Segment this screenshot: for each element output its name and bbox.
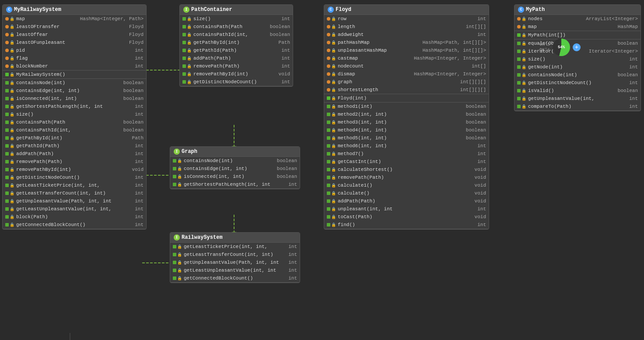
floyd-method-method1[interactable]: 🔒 method1(int) boolean xyxy=(324,103,489,110)
pc-method-size[interactable]: 🔒 size() int xyxy=(180,15,293,23)
box-pathcontainer: I PathContainer 🔒 size() int 🔒 containsP… xyxy=(179,4,293,87)
floyd-method-method6[interactable]: 🔒 method6(int, int) int xyxy=(324,142,489,150)
floyd-method-unpleasant[interactable]: 🔒 unpleasant(int, int int xyxy=(324,205,489,213)
method-getleasttransfercount[interactable]: 🔒 getLeastTransferCount(int, int) int xyxy=(3,189,146,197)
fields-section-mypath: 🔒 nodes ArrayList<Integer> 🔒 map HashMap xyxy=(514,15,640,31)
method-containspathid[interactable]: 🔒 containsPathId(int, boolean xyxy=(3,126,146,134)
floyd-method-calculate[interactable]: 🔒 calculate() void xyxy=(324,189,489,197)
floyd-field-row[interactable]: 🔒 row int xyxy=(324,15,489,23)
method-getleastunpleasantvalue[interactable]: 🔒 getLeastUnpleasantValue(int, int, int xyxy=(3,205,146,213)
floyd-method-method7[interactable]: 🔒 method7() int xyxy=(324,150,489,158)
rs-method-getleasttransfercount[interactable]: 🔒 getLeastTransferCount(int, int) int xyxy=(170,251,300,259)
pc-method-removepath[interactable]: 🔒 removePath(Path) int xyxy=(180,62,293,70)
vis-icon-rs4: 🔒 xyxy=(173,268,182,273)
vis-icon-fm16: 🔒 xyxy=(327,223,336,227)
field-blocknumber[interactable]: 🔒 blockNumber int xyxy=(3,62,146,70)
floyd-field-length[interactable]: 🔒 length int[][] xyxy=(324,23,489,31)
method-getleastticketprice[interactable]: 🔒 getLeastTicketPrice(int, int, int xyxy=(3,181,146,189)
floyd-method-name-calculate: calculate() xyxy=(338,191,469,196)
pc-method-name-addpath: addPath(Path) xyxy=(193,56,276,61)
mypath-method-compareto[interactable]: 🔒 compareTo(Path) int xyxy=(514,103,640,110)
pc-method-getdistinctnodecount[interactable]: 🔒 getDistinctNodeCount() int xyxy=(180,78,293,86)
interface-icon-graph: I xyxy=(174,149,180,155)
pc-method-getpathid[interactable]: 🔒 getPathId(Path) int xyxy=(180,46,293,54)
method-containsedge[interactable]: 🔒 containsEdge(int, int) boolean xyxy=(3,87,146,95)
field-flag[interactable]: 🔒 flag int xyxy=(3,54,146,62)
method-getdistinctnodecount[interactable]: 🔒 getDistinctNodeCount() int xyxy=(3,174,146,181)
method-removepathbyid[interactable]: 🔒 removePathById(int) void xyxy=(3,166,146,174)
vis-icon-pc4: 🔒 xyxy=(182,40,192,45)
field-map[interactable]: 🔒 map HashMap<Integer, Path> xyxy=(3,15,146,23)
floyd-constructor[interactable]: 🔒 Floyd(int) xyxy=(324,94,489,102)
floyd-method-method3[interactable]: 🔒 method3(int, int) boolean xyxy=(324,118,489,126)
method-size[interactable]: 🔒 size() int xyxy=(3,110,146,118)
rs-method-getleastticketprice[interactable]: 🔒 getLeastTicketPrice(int, int, int xyxy=(170,243,300,251)
pc-method-containspath[interactable]: 🔒 containsPath(Path boolean xyxy=(180,23,293,31)
method-getconnectedblockcount[interactable]: 🔒 getConnectedBlockCount() int xyxy=(3,221,146,229)
method-containspath[interactable]: 🔒 containsPath(Path boolean xyxy=(3,118,146,126)
pc-method-removepathbyid[interactable]: 🔒 removePathById(int) void xyxy=(180,70,293,78)
pc-method-containspathid[interactable]: 🔒 containsPathId(int, boolean xyxy=(180,31,293,39)
add-button[interactable]: + xyxy=(573,43,581,51)
floyd-field-nodecount[interactable]: 🔒 nodecount int[] xyxy=(324,62,489,70)
field-pid[interactable]: 🔒 pid int xyxy=(3,46,146,54)
vis-icon-f9: 🔒 xyxy=(327,80,336,85)
vis-icon-m15: 🔒 xyxy=(5,191,14,196)
floyd-field-unpleasanthashmap[interactable]: 🔒 unpleasantHashMap HashMap<Path, int[][… xyxy=(324,46,489,54)
field-leastoftransfer[interactable]: 🔒 leastOFtransfer Floyd xyxy=(3,23,146,31)
floyd-method-removepath[interactable]: 🔒 removePath(Path) void xyxy=(324,174,489,181)
pc-method-getpathbyid[interactable]: 🔒 getPathById(int) Path xyxy=(180,39,293,46)
floyd-method-tocast[interactable]: 🔒 toCast(Path) void xyxy=(324,213,489,221)
mypath-method-isvalid[interactable]: 🔒 isValid() boolean xyxy=(514,87,640,95)
method-addpath[interactable]: 🔒 addPath(Path) int xyxy=(3,150,146,158)
floyd-field-dismap[interactable]: 🔒 dismap HashMap<Integer, Integer> xyxy=(324,70,489,78)
floyd-field-castmap[interactable]: 🔒 castmap HashMap<Integer, Integer> xyxy=(324,54,489,62)
g-method-type-isconnected: boolean xyxy=(277,174,297,179)
method-isconnected[interactable]: 🔒 isConnected(int, int) boolean xyxy=(3,95,146,103)
method-getshortestpathlength[interactable]: 🔒 getShortestPathLength(int, int int xyxy=(3,103,146,110)
floyd-method-method4[interactable]: 🔒 method4(int, int) boolean xyxy=(324,126,489,134)
pc-method-addpath[interactable]: 🔒 addPath(Path) int xyxy=(180,54,293,62)
constructor-myrailwaysystem[interactable]: 🔒 MyRailwaySystem() xyxy=(3,71,146,78)
rs-method-getunpleasantvalue[interactable]: 🔒 getUnpleasantValue(Path, int, int int xyxy=(170,259,300,266)
floyd-method-calculate1[interactable]: 🔒 calculate1() void xyxy=(324,181,489,189)
mypath-method-getunpleasantvalue[interactable]: 🔒 getUnpleasantValue(int, int xyxy=(514,95,640,103)
rs-method-getleastunpleasantvalue[interactable]: 🔒 getLeastUnpleasantValue(int, int int xyxy=(170,266,300,274)
mypath-constructor[interactable]: 🔒 MyPath(int[]) xyxy=(514,31,640,39)
floyd-method-method2[interactable]: 🔒 method2(int, int) boolean xyxy=(324,110,489,118)
g-method-isconnected[interactable]: 🔒 isConnected(int, int) boolean xyxy=(170,173,300,181)
g-method-containsedge[interactable]: 🔒 containsEdge(int, int) boolean xyxy=(170,165,300,173)
g-method-getshortestpathlength[interactable]: 🔒 getShortestPathLength(int, int int xyxy=(170,181,300,188)
mypath-method-containsnode[interactable]: 🔒 containsNode(int) boolean xyxy=(514,71,640,79)
field-leastoffear[interactable]: 🔒 leastOffear Floyd xyxy=(3,31,146,39)
method-getpathbyid[interactable]: 🔒 getPathById(int) Path xyxy=(3,134,146,142)
mypath-method-size[interactable]: 🔒 size() int xyxy=(514,55,640,63)
floyd-field-name-castmap: castmap xyxy=(338,56,409,61)
box-graph: I Graph 🔒 containsNode(int) boolean 🔒 co… xyxy=(170,146,300,189)
method-containsnode[interactable]: 🔒 containsNode(int) boolean xyxy=(3,79,146,87)
mypath-field-map[interactable]: 🔒 map HashMap xyxy=(514,23,640,31)
floyd-method-addpath[interactable]: 🔒 addPath(Path) void xyxy=(324,197,489,205)
box-floyd: C Floyd 🔒 row int 🔒 length int[][] 🔒 add… xyxy=(324,4,489,230)
method-getunpleasantvalue[interactable]: 🔒 getUnpleasantValue(Path, int, int int xyxy=(3,197,146,205)
floyd-method-calculateshortest[interactable]: 🔒 calculateShortest() void xyxy=(324,166,489,174)
floyd-method-find[interactable]: 🔒 find() int xyxy=(324,221,489,229)
floyd-field-pathhashmap[interactable]: 🔒 pathHashMap HashMap<Path, int[][]> xyxy=(324,39,489,46)
g-method-containsnode[interactable]: 🔒 containsNode(int) boolean xyxy=(170,157,300,165)
floyd-field-graph[interactable]: 🔒 graph int[][][] xyxy=(324,78,489,86)
floyd-field-addweight[interactable]: 🔒 addweight int xyxy=(324,31,489,39)
mypath-field-nodes[interactable]: 🔒 nodes ArrayList<Integer> xyxy=(514,15,640,23)
rs-method-getconnectedblockcount[interactable]: 🔒 getConnectedBlockCount() int xyxy=(170,274,300,282)
vis-icon-m19: 🔒 xyxy=(5,223,14,227)
mypath-method-getnode[interactable]: 🔒 getNode(int) int xyxy=(514,63,640,71)
floyd-method-getcastint[interactable]: 🔒 getCastInt(int) int xyxy=(324,158,489,166)
vis-icon-fm13: 🔒 xyxy=(327,199,336,204)
floyd-field-shortestlength[interactable]: 🔒 shortestLength int[][][] xyxy=(324,86,489,94)
field-leastofunpleasant[interactable]: 🔒 leastOFunpleasant Floyd xyxy=(3,39,146,46)
method-removepath[interactable]: 🔒 removePath(Path) int xyxy=(3,158,146,166)
mypath-method-name-isvalid: isValid() xyxy=(528,88,612,93)
method-block[interactable]: 🔒 block(Path) int xyxy=(3,213,146,221)
mypath-method-getdistinctnodecount[interactable]: 🔒 getDistinctNodeCount() int xyxy=(514,79,640,87)
method-getpathid[interactable]: 🔒 getPathId(Path) int xyxy=(3,142,146,150)
floyd-method-method5[interactable]: 🔒 method5(int, int) boolean xyxy=(324,134,489,142)
